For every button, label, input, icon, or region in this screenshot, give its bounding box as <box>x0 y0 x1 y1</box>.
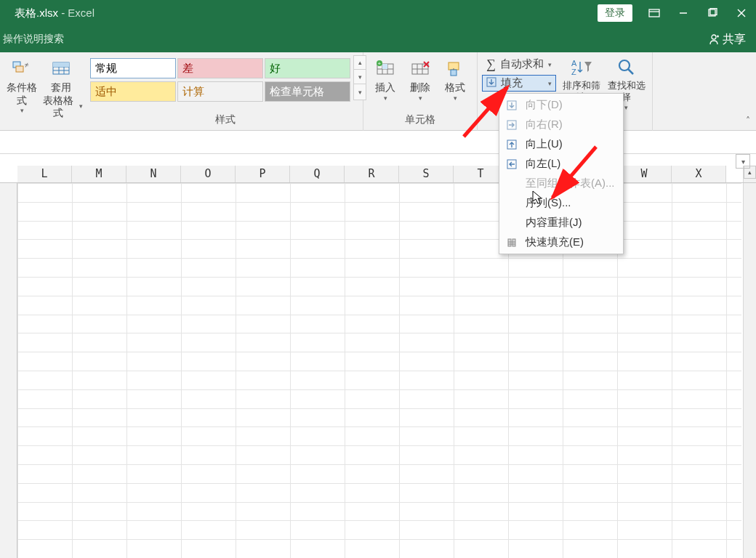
maximize-button[interactable] <box>698 0 727 26</box>
svg-text:+: + <box>378 60 382 67</box>
format-icon <box>444 57 466 81</box>
column-header[interactable]: L <box>17 166 72 182</box>
column-header[interactable]: N <box>126 166 181 182</box>
separator: - <box>58 7 68 19</box>
style-calculation[interactable]: 计算 <box>177 81 263 102</box>
group-label-styles: 样式 <box>87 113 363 131</box>
chevron-down-icon: ▾ <box>548 80 552 87</box>
format-as-table-label-1: 套用 <box>51 81 71 94</box>
column-header[interactable]: Q <box>290 166 345 182</box>
style-bad[interactable]: 差 <box>177 58 263 78</box>
fill-menu-item[interactable]: 向左(L) <box>499 154 623 174</box>
fill-down-icon <box>486 77 496 89</box>
cell-grid[interactable] <box>17 183 741 558</box>
vertical-scrollbar[interactable]: ▴ <box>743 166 756 558</box>
fill-menu-item: 向下(D) <box>499 95 623 115</box>
fill-menu-item-label: 序列(S)... <box>526 196 571 210</box>
style-check-cell[interactable]: 检查单元格 <box>265 81 350 102</box>
fill-dropdown-menu: 向下(D)向右(R)向上(U)向左(L)至同组工作表(A)...序列(S)...… <box>499 93 624 254</box>
style-neutral[interactable]: 适中 <box>90 81 176 102</box>
file-name: 表格.xlsx <box>15 7 58 19</box>
right-icon <box>505 120 518 130</box>
fill-menu-item[interactable]: 序列(S)... <box>499 193 623 213</box>
chevron-down-icon: ▾ <box>79 102 83 110</box>
svg-text:Z: Z <box>571 68 576 76</box>
svg-text:≠: ≠ <box>25 61 29 69</box>
fill-menu-item-label: 向右(R) <box>526 118 563 132</box>
svg-rect-0 <box>649 9 659 17</box>
autosum-button[interactable]: ∑ 自动求和 ▾ <box>482 55 556 73</box>
chevron-down-icon: ▾ <box>624 104 628 111</box>
fill-menu-item-label: 快速填充(E) <box>526 235 584 249</box>
column-header[interactable]: R <box>345 166 399 182</box>
svg-rect-44 <box>512 239 515 246</box>
share-button[interactable]: 共享 <box>708 32 746 47</box>
column-header[interactable]: O <box>181 166 236 182</box>
eraser-icon <box>486 94 498 107</box>
column-headers: LMNOPQRSTVWX <box>0 166 756 183</box>
cells-group: + 插入 ▾ 删除 ▾ 格式 ▾ 单元格 <box>363 52 478 131</box>
login-button[interactable]: 登录 <box>598 4 632 22</box>
svg-rect-43 <box>508 239 511 246</box>
conditional-formatting-label: 条件格式 <box>4 81 39 107</box>
window-title: 表格.xlsx - Excel <box>15 7 94 20</box>
conditional-formatting-button[interactable]: ≠ 条件格式 ▾ <box>4 55 39 114</box>
svg-rect-11 <box>16 66 23 72</box>
minimize-button[interactable] <box>669 0 698 26</box>
fill-menu-item: 至同组工作表(A)... <box>499 174 623 193</box>
tell-me-search[interactable]: 操作说明搜索 <box>3 33 64 46</box>
formula-bar[interactable] <box>0 131 756 154</box>
fill-menu-item[interactable]: 向上(U) <box>499 134 623 154</box>
formula-bar-expand[interactable]: ▾ <box>736 154 750 169</box>
insert-cells-button[interactable]: + 插入 ▾ <box>368 55 403 102</box>
search-icon <box>616 55 637 80</box>
column-header[interactable]: X <box>672 166 726 182</box>
row-headers <box>0 183 17 558</box>
column-header[interactable]: M <box>72 166 126 182</box>
chevron-down-icon: ▾ <box>548 61 552 68</box>
cell-styles-gallery[interactable]: 常规 差 好 适中 计算 检查单元格 ▴ ▾ ▾ <box>87 55 366 102</box>
svg-text:A: A <box>571 59 577 68</box>
worksheet[interactable]: LMNOPQRSTVWX ▴ <box>0 166 756 558</box>
chevron-down-icon: ▾ <box>419 94 422 102</box>
column-header[interactable]: S <box>399 166 454 182</box>
ribbon: ≠ 条件格式 ▾ 套用 表格格式 ▾ . <box>0 52 756 131</box>
sort-filter-icon: AZ <box>570 55 593 80</box>
svg-rect-23 <box>382 64 387 69</box>
fill-label: 填充 <box>501 76 523 90</box>
fill-menu-item[interactable]: 内容重排(J) <box>499 213 623 232</box>
down-icon <box>505 100 518 110</box>
titlebar: 表格.xlsx - Excel 登录 <box>0 0 756 26</box>
collapse-ribbon-button[interactable]: ˄ <box>746 116 750 126</box>
share-icon <box>708 33 720 45</box>
svg-point-37 <box>619 60 630 70</box>
fill-button[interactable]: 填充 ▾ <box>482 75 556 92</box>
chevron-down-icon: ▾ <box>454 94 457 102</box>
fill-menu-item-label: 向上(U) <box>526 137 563 151</box>
insert-label: 插入 <box>375 81 395 94</box>
style-normal[interactable]: 常规 <box>90 58 176 78</box>
group-label-cells: 单元格 <box>363 113 477 131</box>
flash-icon <box>505 238 518 248</box>
svg-rect-33 <box>451 70 457 76</box>
svg-line-38 <box>628 69 633 74</box>
format-cells-button[interactable]: 格式 ▾ <box>438 55 472 102</box>
format-as-table-icon <box>51 57 71 81</box>
fill-menu-item-label: 向下(D) <box>526 98 563 112</box>
fill-menu-item[interactable]: 快速填充(E) <box>499 232 623 252</box>
sigma-icon: ∑ <box>486 57 496 72</box>
delete-cells-button[interactable]: 删除 ▾ <box>403 55 438 102</box>
ribbon-display-options-button[interactable] <box>640 0 669 26</box>
style-good[interactable]: 好 <box>265 58 350 78</box>
fill-menu-item-label: 内容重排(J) <box>526 216 582 230</box>
column-header[interactable]: W <box>617 166 672 182</box>
left-icon <box>505 159 518 169</box>
column-header[interactable]: P <box>236 166 290 182</box>
fill-menu-item-label: 至同组工作表(A)... <box>526 177 615 190</box>
fill-menu-item: 向右(R) <box>499 115 623 134</box>
format-as-table-label-2: 表格格式 <box>39 94 77 120</box>
close-button[interactable] <box>727 0 756 26</box>
chevron-down-icon: ▾ <box>384 94 387 102</box>
format-as-table-button[interactable]: 套用 表格格式 ▾ <box>39 55 83 120</box>
styles-group-left: ≠ 条件格式 ▾ 套用 表格格式 ▾ . <box>0 52 87 131</box>
